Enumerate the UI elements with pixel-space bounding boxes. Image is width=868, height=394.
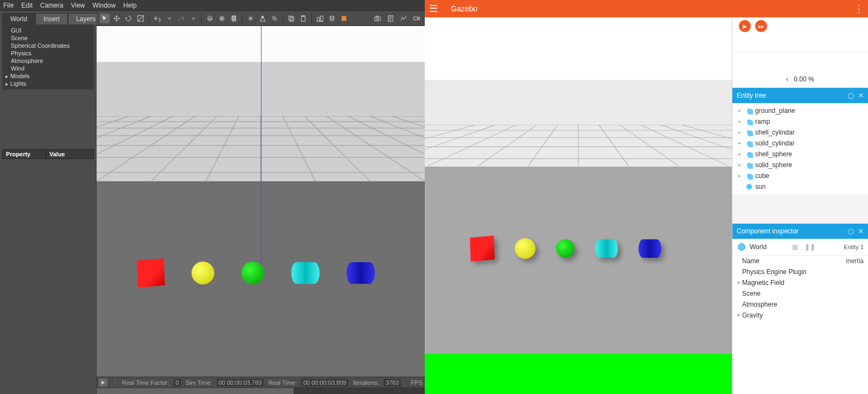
scale-tool-icon[interactable] — [136, 14, 145, 23]
cylinder-shape-icon[interactable] — [229, 14, 239, 23]
tree-spherical[interactable]: Spherical Coordinates — [3, 42, 93, 49]
svg-line-36 — [370, 116, 425, 181]
tree-gui[interactable]: GUI — [3, 27, 93, 34]
expand-icon[interactable]: + — [738, 151, 743, 157]
pause-icon[interactable]: ❚❚ — [805, 243, 815, 251]
classic-viewport[interactable] — [97, 26, 425, 377]
cyan-cylinder-model[interactable] — [291, 262, 320, 284]
menu-edit[interactable]: Edit — [21, 2, 33, 9]
expand-icon[interactable]: + — [737, 279, 742, 287]
select-tool-icon[interactable] — [100, 14, 110, 23]
expand-icon[interactable]: + — [738, 141, 743, 147]
entity-shell_sphere[interactable]: +shell_sphere — [732, 149, 868, 160]
expand-icon[interactable]: + — [738, 162, 743, 168]
toolbar-right — [373, 14, 422, 23]
undock-icon[interactable]: ▢ — [848, 92, 854, 99]
fps-label: FPS — [411, 379, 423, 386]
entity-label: cube — [755, 172, 769, 180]
cube-model[interactable] — [137, 258, 165, 288]
entity-tree-header[interactable]: Entity tree ▢ ✕ — [732, 88, 868, 103]
view-angle-icon[interactable] — [339, 14, 349, 23]
hamburger-menu-icon[interactable]: ☰ — [429, 3, 440, 15]
prop-physics-engine-plugin[interactable]: Physics Engine Plugin — [732, 266, 868, 277]
prop-gravity[interactable]: +Gravity — [732, 310, 868, 321]
expand-icon[interactable]: + — [738, 108, 743, 114]
tab-insert[interactable]: Insert — [35, 13, 68, 24]
svg-rect-12 — [321, 16, 323, 21]
menu-help[interactable]: Help — [123, 2, 137, 9]
play-button[interactable] — [99, 378, 107, 387]
point-light-icon[interactable] — [246, 14, 256, 23]
undo-dropdown-icon[interactable]: ▾ — [164, 14, 174, 23]
stats-arrow-icon[interactable]: ‹ — [786, 75, 788, 83]
directional-light-icon[interactable] — [270, 14, 279, 23]
entity-ground_plane[interactable]: +ground_plane — [732, 105, 868, 116]
yellow-sphere-model[interactable] — [192, 262, 214, 284]
tree-wind[interactable]: Wind — [3, 65, 93, 72]
snap-icon[interactable] — [327, 14, 337, 23]
menu-file[interactable]: File — [3, 2, 14, 9]
record-icon[interactable] — [412, 14, 422, 23]
entity-cube[interactable]: +cube — [732, 170, 868, 181]
close-icon[interactable]: ✕ — [858, 227, 864, 235]
tree-models[interactable]: Models — [3, 72, 93, 80]
green-sphere-model[interactable] — [556, 239, 575, 258]
more-menu-icon[interactable]: ⋮ — [854, 3, 864, 15]
cube-model[interactable] — [470, 236, 495, 262]
rotate-tool-icon[interactable] — [124, 14, 133, 23]
expand-icon[interactable]: + — [738, 173, 743, 179]
undock-icon[interactable]: ▢ — [848, 227, 854, 235]
entity-solid_sphere[interactable]: +solid_sphere — [732, 160, 868, 170]
screenshot-icon[interactable] — [373, 14, 382, 23]
entity-shell_cylindar[interactable]: +shell_cylindar — [732, 127, 868, 138]
plot-icon[interactable] — [399, 14, 409, 23]
light-icon — [745, 183, 753, 190]
scrollbar-thumb[interactable] — [97, 388, 293, 394]
step-button[interactable]: ▸▸ — [755, 20, 767, 32]
expand-icon[interactable]: + — [738, 119, 743, 125]
entity-ramp[interactable]: +ramp — [732, 116, 868, 127]
translate-tool-icon[interactable] — [112, 14, 122, 23]
cyan-cylinder-model[interactable] — [595, 239, 618, 258]
align-icon[interactable] — [315, 14, 325, 23]
svg-line-35 — [97, 116, 151, 181]
undo-icon[interactable] — [152, 14, 162, 23]
paste-icon[interactable] — [298, 14, 308, 23]
sphere-shape-icon[interactable] — [217, 14, 227, 23]
svg-point-5 — [250, 17, 252, 20]
blue-cylinder-model[interactable] — [639, 239, 661, 258]
lock-icon[interactable]: ▦ — [792, 243, 798, 251]
menu-view[interactable]: View — [71, 2, 85, 9]
prop-scene[interactable]: Scene — [732, 288, 868, 299]
menu-window[interactable]: Window — [93, 2, 116, 9]
tree-lights[interactable]: Lights — [3, 80, 93, 87]
log-icon[interactable] — [386, 14, 395, 23]
ignition-viewport[interactable] — [425, 17, 732, 354]
close-icon[interactable]: ✕ — [858, 92, 864, 99]
world-row[interactable]: World ▦ ❚❚ Entity 1 — [732, 239, 868, 256]
green-sphere-model[interactable] — [241, 262, 264, 284]
component-inspector-header[interactable]: Component inspector ▢ ✕ — [732, 224, 868, 239]
box-shape-icon[interactable] — [205, 14, 215, 23]
play-button[interactable]: ▶ — [739, 20, 751, 32]
expand-icon[interactable]: + — [738, 130, 743, 136]
yellow-sphere-model[interactable] — [515, 238, 535, 259]
prop-label: Physics Engine Plugin — [742, 268, 807, 276]
tab-world[interactable]: World — [2, 13, 35, 24]
tree-physics[interactable]: Physics — [3, 49, 93, 57]
prop-atmosphere[interactable]: Atmosphere — [732, 299, 868, 310]
prop-magnetic-field[interactable]: +Magnetic Field — [732, 277, 868, 288]
spot-light-icon[interactable] — [258, 14, 267, 23]
prop-name[interactable]: Nameinertia — [732, 256, 868, 266]
status-scrollbar[interactable] — [97, 387, 425, 394]
menu-camera[interactable]: Camera — [40, 2, 63, 9]
expand-icon[interactable]: + — [737, 312, 742, 319]
redo-icon[interactable] — [176, 14, 186, 23]
entity-sun[interactable]: sun — [732, 181, 868, 192]
blue-cylinder-model[interactable] — [347, 262, 375, 284]
copy-icon[interactable] — [286, 14, 296, 23]
tree-atmosphere[interactable]: Atmosphere — [3, 57, 93, 65]
entity-solid_cylindar[interactable]: +solid_cylindar — [732, 138, 868, 149]
tree-scene[interactable]: Scene — [3, 34, 93, 42]
redo-dropdown-icon[interactable]: ▾ — [188, 14, 198, 23]
